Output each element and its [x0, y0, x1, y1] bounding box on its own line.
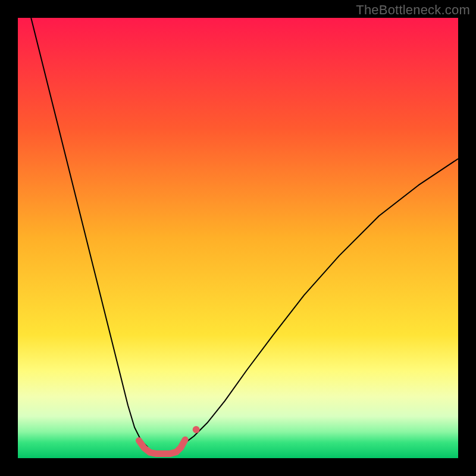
series-right-dot — [193, 426, 200, 433]
plot-area — [18, 18, 458, 458]
chart-svg — [18, 18, 458, 458]
watermark-text: TheBottleneck.com — [356, 2, 470, 18]
gradient-background — [18, 18, 458, 458]
frame: TheBottleneck.com — [0, 0, 476, 476]
